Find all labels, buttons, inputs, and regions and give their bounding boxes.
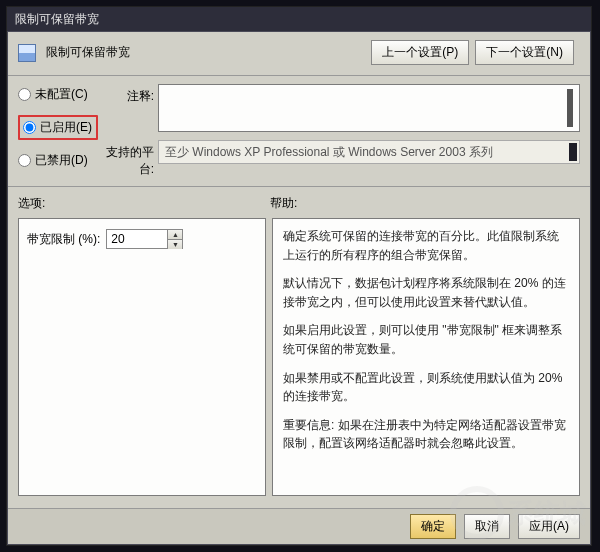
radio-not-configured[interactable]: 未配置(C) [18, 86, 98, 103]
bandwidth-option-row: 带宽限制 (%): ▲ ▼ [27, 229, 257, 249]
state-radio-group: 未配置(C) 已启用(E) 已禁用(D) [14, 84, 98, 178]
platform-label: 支持的平台: [98, 140, 154, 178]
radio-enabled-input[interactable] [23, 121, 36, 134]
platform-scroll-indicator [569, 143, 577, 161]
help-paragraph: 默认情况下，数据包计划程序将系统限制在 20% 的连接带宽之内，但可以使用此设置… [283, 274, 569, 311]
spinner-down-button[interactable]: ▼ [168, 240, 182, 249]
help-panel: 确定系统可保留的连接带宽的百分比。此值限制系统上运行的所有程序的组合带宽保留。 … [272, 218, 580, 496]
comment-label: 注释: [98, 84, 154, 105]
panels-row: 带宽限制 (%): ▲ ▼ 确定系统可保留的连接带宽的百分比。此值限制系统上运行… [8, 216, 590, 496]
options-label: 选项: [18, 195, 270, 212]
bandwidth-label: 带宽限制 (%): [27, 231, 100, 248]
panel-labels: 选项: 帮助: [8, 187, 590, 216]
radio-enabled[interactable]: 已启用(E) [23, 119, 93, 136]
bottom-button-bar: 确定 取消 应用(A) [8, 508, 590, 544]
radio-enabled-highlight: 已启用(E) [18, 115, 98, 140]
help-paragraph: 如果启用此设置，则可以使用 "带宽限制" 框来调整系统可保留的带宽数量。 [283, 321, 569, 358]
titlebar: 限制可保留带宽 [7, 7, 591, 31]
fields-col: 注释: 支持的平台: 至少 Windows XP Professional 或 … [98, 84, 580, 178]
cancel-button[interactable]: 取消 [464, 514, 510, 539]
spinner-up-button[interactable]: ▲ [168, 230, 182, 240]
help-paragraph: 如果禁用或不配置此设置，则系统使用默认值为 20% 的连接带宽。 [283, 369, 569, 406]
bandwidth-input[interactable] [107, 230, 167, 248]
config-area: 未配置(C) 已启用(E) 已禁用(D) 注释: [8, 76, 590, 187]
help-paragraph: 确定系统可保留的连接带宽的百分比。此值限制系统上运行的所有程序的组合带宽保留。 [283, 227, 569, 264]
header-subtitle: 限制可保留带宽 [46, 44, 130, 61]
help-label: 帮助: [270, 195, 580, 212]
policy-icon [18, 44, 36, 62]
window-title: 限制可保留带宽 [15, 11, 99, 28]
apply-button[interactable]: 应用(A) [518, 514, 580, 539]
nav-buttons: 上一个设置(P) 下一个设置(N) [371, 40, 574, 65]
radio-disabled[interactable]: 已禁用(D) [18, 152, 98, 169]
radio-disabled-input[interactable] [18, 154, 31, 167]
ok-button[interactable]: 确定 [410, 514, 456, 539]
options-panel: 带宽限制 (%): ▲ ▼ [18, 218, 266, 496]
next-setting-button[interactable]: 下一个设置(N) [475, 40, 574, 65]
comment-scrollbar[interactable] [567, 89, 573, 127]
header-row: 限制可保留带宽 上一个设置(P) 下一个设置(N) [8, 32, 590, 76]
prev-setting-button[interactable]: 上一个设置(P) [371, 40, 469, 65]
radio-not-configured-input[interactable] [18, 88, 31, 101]
help-paragraph: 重要信息: 如果在注册表中为特定网络适配器设置带宽限制，配置该网络适配器时就会忽… [283, 416, 569, 453]
comment-input[interactable] [158, 84, 580, 132]
bandwidth-spinner[interactable]: ▲ ▼ [106, 229, 183, 249]
dialog-body: 限制可保留带宽 上一个设置(P) 下一个设置(N) 未配置(C) [7, 31, 591, 545]
platform-value-box: 至少 Windows XP Professional 或 Windows Ser… [158, 140, 580, 164]
platform-value: 至少 Windows XP Professional 或 Windows Ser… [165, 144, 493, 161]
